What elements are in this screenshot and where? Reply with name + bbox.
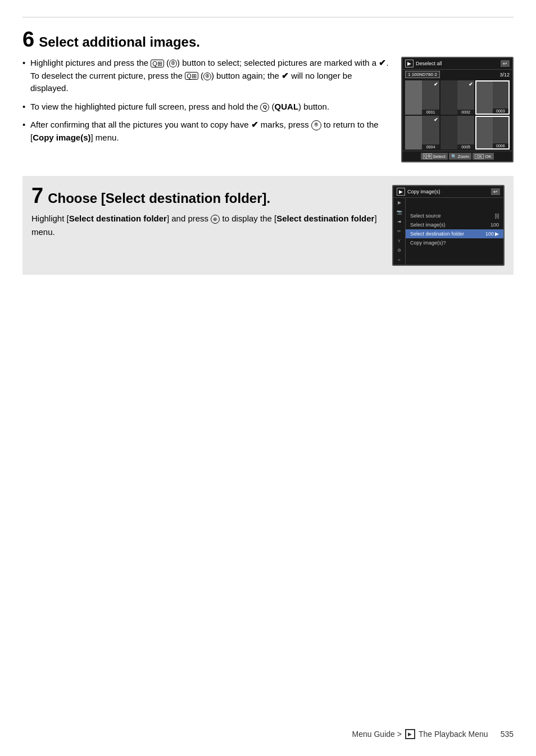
- thumb-img-0005: [440, 116, 457, 150]
- undo-btn-2: ↩: [491, 188, 500, 195]
- step7-number: 7: [31, 185, 43, 206]
- step6-text-area: Highlight pictures and press the Q⊞ (⦿) …: [22, 57, 390, 162]
- qe2-icon: Q⊞: [185, 72, 198, 80]
- thumb-label-0003: 0003: [493, 108, 508, 114]
- menu-content: Select source [i] Select image(s) 100 Se…: [406, 198, 503, 265]
- thumb-0005: 0005: [440, 116, 475, 150]
- arrow-right-icon: ▶: [495, 231, 499, 237]
- thumb-img-0003: [476, 82, 492, 114]
- bullet-1: Highlight pictures and press the Q⊞ (⦿) …: [22, 57, 390, 95]
- qe-icon: Q⊞: [151, 60, 164, 67]
- menu-item-value-source: [i]: [495, 213, 499, 219]
- check-0001: ✔: [434, 82, 438, 87]
- thumb-0002: ✔ 0002: [440, 80, 475, 115]
- thumb-0006: 0006: [475, 116, 510, 150]
- menu-item-value-images: 100: [490, 222, 499, 228]
- screen1-topbar: ▶ Deselect all ↩: [402, 58, 512, 70]
- camera2-icon: ⦿: [203, 73, 211, 80]
- menu-item-value-dest: 100 ▶: [485, 231, 499, 237]
- step7-title: Choose [Select destination folder].: [48, 191, 270, 206]
- qe-screen-icon: Q⊞: [423, 153, 431, 159]
- page-count: 3/12: [499, 72, 510, 78]
- step6-header: 6 Select additional images.: [22, 29, 514, 50]
- screen2-sidebar-layout: ▶ 📷 ⇥ ✏ Y ⚙ ≈ Select source [i]: [393, 198, 503, 265]
- camera-select-icon: ⦿: [169, 60, 177, 67]
- screen1-bottom: Q⊞Select 🔍Zoom OKOK: [402, 151, 512, 161]
- thumb-label-0006: 0006: [493, 143, 508, 148]
- step6-title: Select additional images.: [39, 34, 200, 50]
- footer-text: Menu Guide >: [352, 730, 402, 739]
- zoom-btn: 🔍Zoom: [449, 153, 471, 160]
- menu-item-label-source: Select source: [410, 213, 441, 219]
- menu-item-label-dest: Select destination folder: [410, 231, 464, 237]
- top-separator: [22, 17, 514, 17]
- step6-section: 6 Select additional images. Highlight pi…: [22, 29, 514, 162]
- footer-page-number: 535: [501, 730, 514, 739]
- thumb-0001: ✔ 0001: [405, 80, 439, 115]
- camera-screen-2: ▶ Copy image(s) ↩ ▶ 📷 ⇥ ✏ Y ⚙ ≈: [392, 185, 505, 266]
- thumb-0004: ✔ 0004: [405, 116, 439, 150]
- select-btn: Q⊞Select: [421, 153, 448, 160]
- footer-menu-text: The Playback Menu: [419, 730, 488, 739]
- menu-spacer: [406, 198, 503, 209]
- step6-body: Highlight pictures and press the Q⊞ (⦿) …: [22, 57, 514, 162]
- thumb-label-0004: 0004: [422, 144, 439, 150]
- menu-item-label-images: Select image(s): [410, 222, 446, 228]
- screen1-nav: 1 100ND780 2 3/12: [402, 70, 512, 79]
- ok-btn: OKOK: [473, 153, 494, 160]
- image-grid: ✔ 0001 ✔ 0002 0003 ✔ 00: [402, 79, 512, 151]
- sidebar-icon-y: Y: [398, 238, 401, 243]
- sidebar-icons: ▶ 📷 ⇥ ✏ Y ⚙ ≈: [393, 198, 406, 265]
- copy-images-title: Copy image(s): [407, 189, 440, 194]
- deselect-label: Deselect all: [416, 61, 442, 66]
- step6-number: 6: [22, 29, 34, 50]
- thumb-img-0001: [405, 80, 422, 115]
- page-footer: Menu Guide > ▶ The Playback Menu 535: [352, 729, 514, 739]
- thumb-img-0006: [476, 117, 492, 149]
- screen2-topbar: ▶ Copy image(s) ↩: [393, 186, 503, 198]
- bullet-3: After confirming that all the pictures y…: [22, 119, 390, 144]
- step6-bullets: Highlight pictures and press the Q⊞ (⦿) …: [22, 57, 390, 144]
- menu-items-list: Select source [i] Select image(s) 100 Se…: [406, 209, 503, 250]
- undo-btn-1: ↩: [501, 60, 510, 67]
- page-content: 6 Select additional images. Highlight pi…: [22, 29, 514, 275]
- step7-body: Highlight [Select destination folder] an…: [31, 212, 381, 239]
- camera-screen-1: ▶ Deselect all ↩ 1 100ND780 2 3/12 ✔ 000…: [401, 57, 514, 162]
- sidebar-icon-wrench: ⚙: [397, 248, 401, 253]
- sidebar-icon-camera: 📷: [397, 210, 402, 215]
- thumb-img-0002: [440, 80, 457, 115]
- screen2-top-left: ▶ Copy image(s): [397, 188, 440, 196]
- footer-playback-icon: ▶: [405, 729, 415, 739]
- folder-tag: 1 100ND780 2: [405, 71, 440, 78]
- menu-item-select-source: Select source [i]: [406, 211, 503, 220]
- sidebar-icon-pencil: ✏: [397, 229, 401, 234]
- thumb-img-0004: [405, 116, 422, 150]
- step7-inner: 7 Choose [Select destination folder]. Hi…: [31, 185, 505, 266]
- menu-item-copy: Copy image(s)?: [406, 238, 503, 247]
- thumb-0003: 0003: [475, 80, 510, 115]
- zoom-icon: 🔍: [451, 154, 457, 159]
- menu-item-label-copy: Copy image(s)?: [410, 240, 446, 246]
- thumb-label-0001: 0001: [422, 110, 439, 115]
- check-0004: ✔: [434, 117, 438, 123]
- step7-text-area: 7 Choose [Select destination folder]. Hi…: [31, 185, 381, 239]
- bullet-2: To view the highlighted picture full scr…: [22, 101, 390, 114]
- menu-item-select-images: Select image(s) 100: [406, 220, 503, 229]
- nav-circle-icon: ⊕: [211, 215, 220, 224]
- ok-box-icon: OK: [475, 154, 484, 159]
- playback-icon-2: ▶: [397, 188, 405, 196]
- step7-section: 7 Choose [Select destination folder]. Hi…: [22, 176, 514, 275]
- sidebar-icon-active: ⇥: [397, 219, 401, 224]
- menu-item-dest-folder: Select destination folder 100 ▶: [406, 229, 503, 238]
- sidebar-icon-playback: ▶: [398, 200, 401, 205]
- thumb-label-0005: 0005: [457, 144, 474, 150]
- ok-circle-icon: ®: [311, 120, 321, 130]
- thumb-label-0002: 0002: [457, 110, 474, 115]
- screen1-top-left: ▶ Deselect all: [405, 60, 442, 67]
- check-0002: ✔: [469, 82, 473, 87]
- sidebar-icon-retouch: ≈: [398, 257, 400, 262]
- qual-icon: Q: [260, 103, 269, 112]
- playback-icon-small: ▶: [405, 60, 414, 67]
- step7-header: 7 Choose [Select destination folder].: [31, 185, 381, 206]
